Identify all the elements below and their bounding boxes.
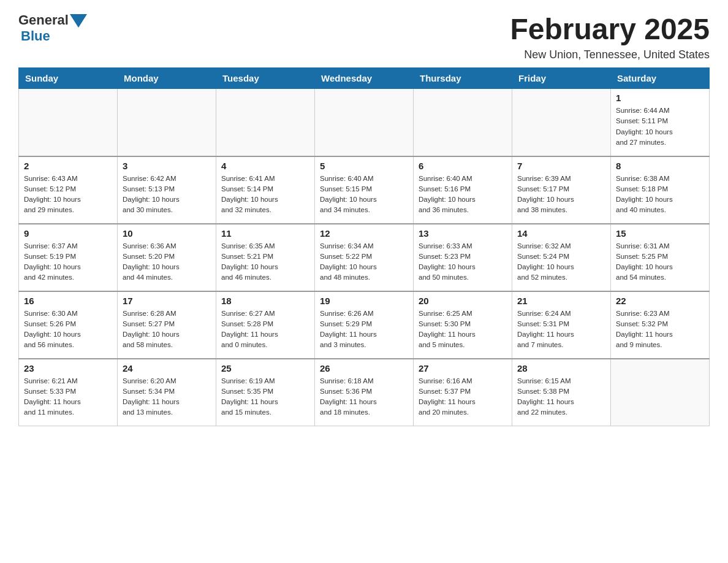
calendar-cell: 17Sunrise: 6:28 AM Sunset: 5:27 PM Dayli… [118, 291, 216, 359]
day-info: Sunrise: 6:40 AM Sunset: 5:16 PM Dayligh… [419, 174, 507, 216]
calendar-cell [611, 359, 710, 426]
day-number: 4 [221, 161, 309, 171]
day-info: Sunrise: 6:31 AM Sunset: 5:25 PM Dayligh… [616, 241, 704, 283]
day-number: 23 [24, 363, 112, 373]
day-number: 27 [419, 363, 507, 373]
day-info: Sunrise: 6:43 AM Sunset: 5:12 PM Dayligh… [24, 174, 112, 216]
day-number: 11 [221, 228, 309, 239]
calendar-table: SundayMondayTuesdayWednesdayThursdayFrid… [18, 67, 710, 426]
day-number: 26 [320, 363, 408, 373]
day-info: Sunrise: 6:44 AM Sunset: 5:11 PM Dayligh… [616, 105, 704, 148]
day-info: Sunrise: 6:32 AM Sunset: 5:24 PM Dayligh… [517, 241, 605, 283]
calendar-week-row: 23Sunrise: 6:21 AM Sunset: 5:33 PM Dayli… [19, 359, 710, 426]
day-info: Sunrise: 6:25 AM Sunset: 5:30 PM Dayligh… [419, 308, 507, 351]
day-number: 2 [24, 161, 112, 171]
calendar-cell: 16Sunrise: 6:30 AM Sunset: 5:26 PM Dayli… [19, 291, 118, 359]
day-number: 7 [517, 161, 605, 171]
calendar-cell: 15Sunrise: 6:31 AM Sunset: 5:25 PM Dayli… [611, 224, 710, 291]
calendar-week-row: 16Sunrise: 6:30 AM Sunset: 5:26 PM Dayli… [19, 291, 710, 359]
calendar-week-row: 1Sunrise: 6:44 AM Sunset: 5:11 PM Daylig… [19, 89, 710, 156]
logo: General Blue [18, 12, 87, 44]
calendar-cell: 19Sunrise: 6:26 AM Sunset: 5:29 PM Dayli… [315, 291, 414, 359]
day-info: Sunrise: 6:40 AM Sunset: 5:15 PM Dayligh… [320, 174, 408, 216]
calendar-title: February 2025 [510, 12, 710, 46]
calendar-week-row: 9Sunrise: 6:37 AM Sunset: 5:19 PM Daylig… [19, 224, 710, 291]
day-info: Sunrise: 6:39 AM Sunset: 5:17 PM Dayligh… [517, 174, 605, 216]
calendar-cell: 6Sunrise: 6:40 AM Sunset: 5:16 PM Daylig… [414, 156, 512, 224]
logo-blue-text: Blue [21, 28, 50, 44]
calendar-cell: 5Sunrise: 6:40 AM Sunset: 5:15 PM Daylig… [315, 156, 414, 224]
day-number: 21 [517, 296, 605, 306]
logo-arrow-icon [70, 14, 87, 28]
day-number: 22 [616, 296, 704, 306]
calendar-cell: 8Sunrise: 6:38 AM Sunset: 5:18 PM Daylig… [611, 156, 710, 224]
day-info: Sunrise: 6:42 AM Sunset: 5:13 PM Dayligh… [123, 174, 211, 216]
calendar-cell: 10Sunrise: 6:36 AM Sunset: 5:20 PM Dayli… [118, 224, 216, 291]
day-info: Sunrise: 6:35 AM Sunset: 5:21 PM Dayligh… [221, 241, 309, 283]
day-info: Sunrise: 6:15 AM Sunset: 5:38 PM Dayligh… [517, 376, 605, 418]
title-section: February 2025 New Union, Tennessee, Unit… [510, 12, 710, 61]
day-info: Sunrise: 6:27 AM Sunset: 5:28 PM Dayligh… [221, 308, 309, 351]
day-number: 13 [419, 228, 507, 239]
day-number: 18 [221, 296, 309, 306]
calendar-cell: 22Sunrise: 6:23 AM Sunset: 5:32 PM Dayli… [611, 291, 710, 359]
day-number: 14 [517, 228, 605, 239]
calendar-cell: 2Sunrise: 6:43 AM Sunset: 5:12 PM Daylig… [19, 156, 118, 224]
day-info: Sunrise: 6:23 AM Sunset: 5:32 PM Dayligh… [616, 308, 704, 351]
calendar-cell: 3Sunrise: 6:42 AM Sunset: 5:13 PM Daylig… [118, 156, 216, 224]
calendar-week-row: 2Sunrise: 6:43 AM Sunset: 5:12 PM Daylig… [19, 156, 710, 224]
day-info: Sunrise: 6:16 AM Sunset: 5:37 PM Dayligh… [419, 376, 507, 418]
calendar-cell [19, 89, 118, 156]
day-number: 15 [616, 228, 704, 239]
calendar-cell: 24Sunrise: 6:20 AM Sunset: 5:34 PM Dayli… [118, 359, 216, 426]
page-header: General Blue February 2025 New Union, Te… [18, 12, 710, 61]
calendar-cell: 11Sunrise: 6:35 AM Sunset: 5:21 PM Dayli… [216, 224, 315, 291]
calendar-cell [414, 89, 512, 156]
calendar-cell [118, 89, 216, 156]
day-number: 12 [320, 228, 408, 239]
calendar-cell [315, 89, 414, 156]
day-number: 8 [616, 161, 704, 171]
calendar-day-header: Friday [512, 68, 611, 89]
calendar-day-header: Thursday [414, 68, 512, 89]
calendar-cell: 14Sunrise: 6:32 AM Sunset: 5:24 PM Dayli… [512, 224, 611, 291]
day-number: 25 [221, 363, 309, 373]
day-info: Sunrise: 6:18 AM Sunset: 5:36 PM Dayligh… [320, 376, 408, 418]
calendar-cell: 7Sunrise: 6:39 AM Sunset: 5:17 PM Daylig… [512, 156, 611, 224]
day-info: Sunrise: 6:36 AM Sunset: 5:20 PM Dayligh… [123, 241, 211, 283]
day-info: Sunrise: 6:38 AM Sunset: 5:18 PM Dayligh… [616, 174, 704, 216]
calendar-cell: 1Sunrise: 6:44 AM Sunset: 5:11 PM Daylig… [611, 89, 710, 156]
day-number: 17 [123, 296, 211, 306]
day-info: Sunrise: 6:28 AM Sunset: 5:27 PM Dayligh… [123, 308, 211, 351]
calendar-day-header: Tuesday [216, 68, 315, 89]
calendar-cell: 4Sunrise: 6:41 AM Sunset: 5:14 PM Daylig… [216, 156, 315, 224]
day-number: 19 [320, 296, 408, 306]
calendar-day-header: Monday [118, 68, 216, 89]
calendar-cell: 25Sunrise: 6:19 AM Sunset: 5:35 PM Dayli… [216, 359, 315, 426]
day-info: Sunrise: 6:41 AM Sunset: 5:14 PM Dayligh… [221, 174, 309, 216]
calendar-cell: 28Sunrise: 6:15 AM Sunset: 5:38 PM Dayli… [512, 359, 611, 426]
day-number: 9 [24, 228, 112, 239]
day-info: Sunrise: 6:24 AM Sunset: 5:31 PM Dayligh… [517, 308, 605, 351]
logo-general-text: General [18, 12, 69, 28]
calendar-day-header: Saturday [611, 68, 710, 89]
calendar-cell: 12Sunrise: 6:34 AM Sunset: 5:22 PM Dayli… [315, 224, 414, 291]
calendar-cell: 21Sunrise: 6:24 AM Sunset: 5:31 PM Dayli… [512, 291, 611, 359]
calendar-subtitle: New Union, Tennessee, United States [510, 48, 710, 61]
calendar-cell: 20Sunrise: 6:25 AM Sunset: 5:30 PM Dayli… [414, 291, 512, 359]
calendar-cell [216, 89, 315, 156]
day-number: 1 [616, 93, 704, 103]
calendar-cell: 27Sunrise: 6:16 AM Sunset: 5:37 PM Dayli… [414, 359, 512, 426]
day-info: Sunrise: 6:30 AM Sunset: 5:26 PM Dayligh… [24, 308, 112, 351]
day-info: Sunrise: 6:20 AM Sunset: 5:34 PM Dayligh… [123, 376, 211, 418]
calendar-header-row: SundayMondayTuesdayWednesdayThursdayFrid… [19, 68, 710, 89]
calendar-cell: 23Sunrise: 6:21 AM Sunset: 5:33 PM Dayli… [19, 359, 118, 426]
calendar-cell: 26Sunrise: 6:18 AM Sunset: 5:36 PM Dayli… [315, 359, 414, 426]
calendar-cell: 9Sunrise: 6:37 AM Sunset: 5:19 PM Daylig… [19, 224, 118, 291]
day-info: Sunrise: 6:33 AM Sunset: 5:23 PM Dayligh… [419, 241, 507, 283]
calendar-day-header: Sunday [19, 68, 118, 89]
day-number: 24 [123, 363, 211, 373]
calendar-cell: 13Sunrise: 6:33 AM Sunset: 5:23 PM Dayli… [414, 224, 512, 291]
calendar-cell: 18Sunrise: 6:27 AM Sunset: 5:28 PM Dayli… [216, 291, 315, 359]
day-number: 5 [320, 161, 408, 171]
